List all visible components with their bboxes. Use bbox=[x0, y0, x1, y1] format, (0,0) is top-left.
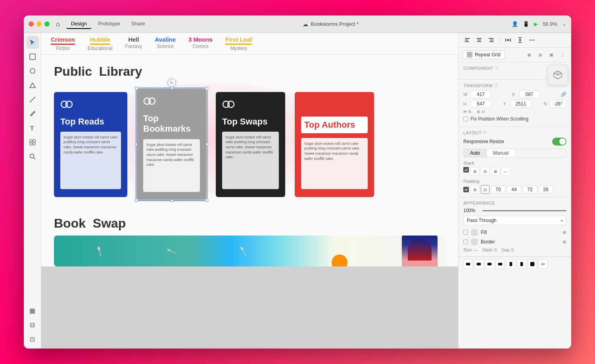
library-icon[interactable]: ⊡ bbox=[26, 333, 39, 345]
nav-item-hell[interactable]: Hell Fantasy bbox=[125, 36, 142, 51]
border-swatch[interactable] bbox=[471, 239, 478, 245]
nav-firstleaf-name: First Leaf bbox=[225, 36, 252, 45]
border-picker-icon[interactable]: ⊕ bbox=[562, 239, 566, 245]
distribute-icon[interactable]: ⊡ bbox=[482, 109, 485, 114]
select-tool[interactable] bbox=[26, 36, 39, 49]
nav-item-avaline[interactable]: Avaline Science bbox=[155, 36, 176, 51]
link-icon[interactable]: 🔗 bbox=[560, 92, 566, 97]
close-button[interactable] bbox=[29, 21, 34, 27]
grid-option-4[interactable]: ⋮ bbox=[558, 50, 567, 59]
fill-picker-icon[interactable]: ⊕ bbox=[562, 230, 566, 235]
card-top-reads[interactable]: Top Reads Sugar plum tootsie roll carrot… bbox=[54, 92, 127, 197]
svg-point-34 bbox=[530, 40, 531, 41]
repeat-grid-button[interactable]: Repeat Grid bbox=[463, 50, 505, 59]
svg-rect-37 bbox=[467, 52, 469, 54]
minimize-button[interactable] bbox=[36, 21, 42, 27]
padding-top[interactable] bbox=[491, 186, 505, 193]
align-btn-5[interactable] bbox=[506, 259, 516, 269]
line-tool[interactable] bbox=[26, 93, 39, 106]
tab-design[interactable]: Design bbox=[66, 19, 92, 29]
nav-item-hubble[interactable]: Hubble Educational bbox=[88, 36, 113, 51]
grid-option-3[interactable]: ⊠ bbox=[547, 50, 556, 59]
nav-item-firstleaf[interactable]: First Leaf Mystery bbox=[225, 36, 252, 51]
text-tool[interactable]: T bbox=[26, 122, 39, 134]
stack-btn-2[interactable]: ⊟ bbox=[481, 167, 489, 176]
padding-checkbox[interactable] bbox=[463, 187, 469, 192]
rotate-handle[interactable]: ↻ bbox=[167, 79, 176, 87]
triangle-tool[interactable] bbox=[26, 79, 39, 92]
width-input[interactable] bbox=[470, 90, 491, 98]
align-center-icon[interactable] bbox=[474, 35, 484, 45]
flip-h-icon[interactable]: ⇄ bbox=[463, 109, 466, 114]
mobile-icon[interactable]: 📱 bbox=[523, 21, 529, 27]
align-btn-1[interactable] bbox=[463, 259, 473, 269]
align-btn-8[interactable] bbox=[538, 259, 548, 269]
pen-tool[interactable] bbox=[26, 107, 39, 120]
svg-line-10 bbox=[33, 157, 35, 159]
align-btn-3[interactable] bbox=[485, 259, 494, 269]
more-options-icon[interactable] bbox=[527, 35, 537, 45]
rotation-icon[interactable]: ↻ bbox=[543, 101, 547, 107]
fill-swatch[interactable] bbox=[471, 229, 478, 236]
responsive-resize-toggle[interactable] bbox=[552, 138, 566, 146]
stack-btn-3[interactable]: ⊠ bbox=[491, 167, 500, 176]
component-tool[interactable] bbox=[26, 136, 39, 149]
grid-option-1[interactable]: ⊞ bbox=[524, 50, 534, 59]
card-top-authors[interactable]: Top Authors Sugar plum tootsie roll carr… bbox=[295, 92, 374, 197]
opacity-slider[interactable] bbox=[482, 210, 566, 211]
fix-position-checkbox[interactable] bbox=[463, 117, 468, 121]
card-top-swaps[interactable]: Top Swaps Sugar plum tootsie roll carrot… bbox=[216, 92, 285, 197]
padding-right[interactable] bbox=[507, 186, 521, 193]
nav-item-3moons[interactable]: 3 Moons Comics bbox=[188, 36, 213, 51]
canvas-area[interactable]: Crimson Fiction Hubble Educational Hell … bbox=[41, 33, 458, 349]
section-title-bold: Library bbox=[99, 64, 142, 79]
border-toggle[interactable] bbox=[463, 239, 468, 244]
flip-v-icon[interactable]: ⇅ bbox=[468, 109, 471, 114]
distribute-h-icon[interactable] bbox=[503, 35, 513, 45]
component-3d-icon[interactable] bbox=[547, 65, 568, 85]
tab-auto[interactable]: Auto bbox=[464, 149, 487, 157]
y-input[interactable] bbox=[511, 100, 531, 108]
card-top-bookmarks-title: Top Bookmarks bbox=[143, 113, 200, 134]
align-btn-7[interactable] bbox=[528, 259, 537, 269]
search-tool[interactable] bbox=[26, 150, 39, 163]
rotation-input[interactable] bbox=[550, 100, 566, 108]
distribute-v-icon[interactable] bbox=[515, 35, 525, 45]
align-left-icon[interactable] bbox=[463, 35, 472, 45]
padding-icon-2[interactable]: ⊟ bbox=[481, 185, 489, 194]
stack-checkbox[interactable] bbox=[463, 167, 469, 172]
padding-left[interactable] bbox=[539, 186, 553, 193]
svg-rect-33 bbox=[519, 39, 521, 41]
rectangle-tool[interactable] bbox=[26, 50, 39, 63]
home-icon[interactable]: ⌂ bbox=[56, 21, 60, 28]
align-btn-4[interactable] bbox=[495, 259, 505, 269]
svg-rect-27 bbox=[489, 41, 493, 42]
pass-through-dropdown[interactable]: Pass Through ▾ bbox=[463, 216, 566, 225]
stack-btn-1[interactable]: ⊞ bbox=[470, 167, 479, 176]
fill-toggle[interactable] bbox=[463, 230, 468, 235]
zoom-level[interactable]: 56.9% bbox=[543, 21, 557, 27]
zoom-dropdown-icon[interactable]: ⌄ bbox=[562, 21, 566, 27]
align-right-icon[interactable] bbox=[486, 35, 496, 45]
tab-manual[interactable]: Manual bbox=[487, 149, 515, 157]
grid-view-icon[interactable]: ▦ bbox=[26, 304, 39, 317]
height-input[interactable] bbox=[470, 100, 491, 108]
padding-bottom[interactable] bbox=[523, 186, 537, 193]
layers-icon[interactable]: ⊟ bbox=[26, 318, 39, 331]
card-top-bookmarks[interactable]: Top Bookmarks Sugar plum tootsie roll ca… bbox=[137, 89, 206, 200]
align-icon[interactable]: ⊞ bbox=[477, 109, 480, 114]
align-btn-2[interactable] bbox=[474, 259, 484, 269]
user-icon[interactable]: 👤 bbox=[512, 21, 518, 27]
maximize-button[interactable] bbox=[44, 21, 50, 27]
stack-btn-4[interactable]: — bbox=[501, 167, 510, 176]
nav-item-crimson[interactable]: Crimson Fiction bbox=[51, 36, 75, 51]
grid-option-2[interactable]: ⊟ bbox=[536, 50, 545, 59]
play-icon[interactable]: ▶ bbox=[534, 21, 538, 27]
y-label: Y bbox=[503, 102, 509, 106]
x-input[interactable] bbox=[519, 90, 540, 98]
padding-icon-1[interactable]: ⊞ bbox=[470, 185, 479, 194]
align-btn-6[interactable] bbox=[517, 259, 526, 269]
tab-prototype[interactable]: Prototype bbox=[93, 19, 125, 29]
tab-share[interactable]: Share bbox=[127, 19, 150, 29]
circle-tool[interactable] bbox=[26, 65, 39, 77]
